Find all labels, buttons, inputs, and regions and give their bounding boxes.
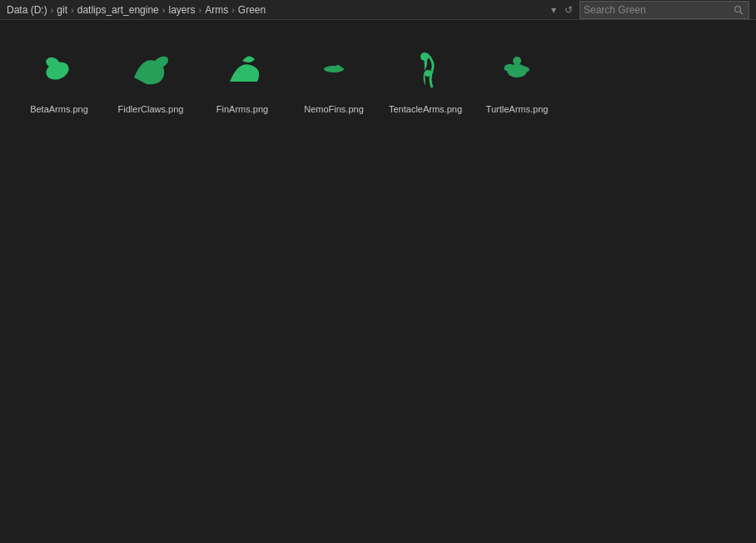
breadcrumb-item[interactable]: Arms (205, 4, 228, 16)
breadcrumb-separator: › (71, 5, 74, 15)
file-name: TentacleArms.png (389, 103, 462, 115)
file-thumbnail (117, 40, 184, 98)
file-thumbnail (301, 40, 367, 98)
file-item[interactable]: BetaArms.png (13, 33, 105, 122)
refresh-btn[interactable]: ↺ (561, 2, 576, 18)
svg-point-6 (137, 70, 144, 77)
breadcrumb-item[interactable]: layers (168, 4, 195, 16)
svg-point-15 (513, 57, 521, 65)
file-item[interactable]: TentacleArms.png (380, 33, 471, 122)
svg-point-0 (735, 6, 741, 12)
file-name: FidlerClaws.png (118, 103, 184, 115)
svg-point-9 (336, 65, 341, 70)
file-name: TurtleArms.png (486, 103, 549, 115)
svg-point-4 (60, 63, 68, 72)
breadcrumb-item[interactable]: git (57, 4, 67, 16)
file-item[interactable]: TurtleArms.png (471, 33, 563, 122)
file-thumbnail (209, 40, 276, 98)
file-name: NemoFins.png (304, 103, 364, 115)
file-thumbnail (484, 40, 550, 98)
svg-line-1 (740, 12, 743, 14)
file-item[interactable]: FinArms.png (196, 33, 288, 122)
search-input[interactable] (584, 4, 732, 16)
breadcrumb-separator: › (198, 5, 201, 15)
file-item[interactable]: NemoFins.png (288, 33, 380, 122)
svg-point-10 (420, 52, 429, 61)
breadcrumb-item[interactable]: Data (D:) (7, 4, 47, 16)
file-item[interactable]: FidlerClaws.png (105, 33, 196, 122)
file-name: BetaArms.png (30, 103, 88, 115)
breadcrumb-separator: › (231, 5, 235, 15)
search-box (579, 1, 749, 19)
breadcrumb: Data (D:)›git›datlips_art_engine›layers›… (7, 4, 541, 16)
file-grid: BetaArms.png FidlerClaws.png FinArms.png… (0, 20, 756, 135)
top-bar: Data (D:)›git›datlips_art_engine›layers›… (0, 0, 756, 20)
file-thumbnail (26, 40, 92, 98)
breadcrumb-separator: › (51, 5, 54, 15)
file-name: FinArms.png (216, 103, 268, 115)
breadcrumb-separator: › (162, 5, 166, 15)
search-submit-btn[interactable] (732, 5, 745, 15)
breadcrumb-item: Green (238, 4, 266, 16)
breadcrumb-item[interactable]: datlips_art_engine (77, 4, 159, 16)
svg-point-11 (425, 70, 431, 77)
breadcrumb-controls: ▾ ↺ (548, 2, 576, 18)
svg-point-8 (324, 66, 344, 72)
breadcrumb-dropdown-btn[interactable]: ▾ (548, 2, 560, 18)
file-thumbnail (392, 40, 459, 98)
